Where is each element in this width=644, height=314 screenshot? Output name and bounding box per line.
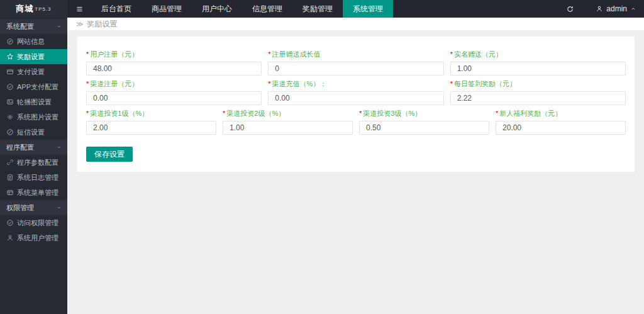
brand-name: 商城 (16, 3, 33, 14)
check-circle-icon (6, 219, 14, 227)
edit-circle-icon (6, 38, 14, 45)
gear-icon (6, 113, 14, 121)
required-marker: * (86, 50, 89, 58)
sidebar-item-system-image-settings[interactable]: 系统图片设置 (0, 109, 67, 125)
field-label: 实名赠送（元） (454, 50, 502, 58)
topbar-right: admin (560, 0, 644, 18)
user-register-input[interactable] (86, 62, 262, 76)
user-icon (596, 5, 603, 13)
sidebar-item-reward-settings[interactable]: 奖励设置 (0, 49, 67, 64)
main-content: ≫ 奖励设置 *用户注册（元） *注册赠送成长值 *实名赠送（元） *渠道注册（… (67, 18, 644, 314)
channel-invest-2-input[interactable] (223, 121, 353, 135)
channel-register-input[interactable] (86, 91, 262, 105)
required-marker: * (450, 80, 453, 87)
sidebar-item-access-permissions[interactable]: 访问权限管理 (0, 215, 67, 230)
channel-invest-1-input[interactable] (86, 121, 216, 135)
required-marker: * (268, 80, 270, 87)
field-channel-invest-3: *渠道投资3级（%） (359, 109, 489, 135)
slash-circle-icon (6, 128, 14, 136)
field-label: 新人福利奖励（元） (499, 109, 562, 117)
chevron-down-icon (56, 144, 62, 150)
newcomer-reward-input[interactable] (496, 121, 626, 135)
field-newcomer-reward: *新人福利奖励（元） (496, 109, 626, 135)
field-label: 渠道投资2级（%） (226, 109, 285, 117)
brand-logo: 商城TP5.3 (0, 0, 67, 18)
top-nav: 后台首页 商品管理 用户中心 信息管理 奖励管理 系统管理 (91, 0, 393, 18)
sidebar-item-payment-settings[interactable]: 支付设置 (0, 64, 67, 79)
sidebar-item-system-menus[interactable]: 系统菜单管理 (0, 185, 67, 200)
image-icon (6, 98, 14, 106)
check-circle-icon (6, 83, 14, 91)
sidebar-section-program-config[interactable]: 程序配置 (0, 140, 67, 155)
sidebar-item-carousel-settings[interactable]: 轮播图设置 (0, 94, 67, 109)
hamburger-icon[interactable] (67, 0, 91, 18)
field-label: 每日签到奖励（元） (454, 80, 516, 87)
field-channel-register: *渠道注册（元） (86, 80, 262, 105)
star-icon (6, 53, 14, 60)
chevron-up-icon (630, 6, 636, 12)
register-growth-input[interactable] (268, 62, 443, 76)
user-name: admin (606, 4, 627, 13)
required-marker: * (496, 109, 498, 117)
user-icon (6, 234, 14, 242)
topnav-item-reward[interactable]: 奖励管理 (292, 0, 343, 18)
sidebar-item-system-users[interactable]: 系统用户管理 (0, 230, 67, 245)
topnav-item-dashboard[interactable]: 后台首页 (91, 0, 142, 18)
menu-grid-icon (6, 189, 14, 196)
sidebar-item-program-params[interactable]: 程序参数配置 (0, 155, 67, 170)
sidebar-section-permissions[interactable]: 权限管理 (0, 200, 67, 215)
topnav-item-goods[interactable]: 商品管理 (142, 0, 192, 18)
form-row-1: *用户注册（元） *注册赠送成长值 *实名赠送（元） (86, 50, 626, 76)
brand-version: TP5.3 (35, 6, 51, 12)
reward-settings-form: *用户注册（元） *注册赠送成长值 *实名赠送（元） *渠道注册（元） *渠道充… (77, 36, 635, 172)
field-channel-recharge: *渠道充值（%）： (268, 80, 443, 105)
required-marker: * (359, 109, 362, 117)
field-label: 渠道投资3级（%） (363, 109, 421, 117)
required-marker: * (223, 109, 225, 117)
field-label: 渠道充值（%）： (272, 80, 327, 87)
breadcrumb-symbol: ≫ (76, 20, 84, 28)
field-channel-invest-2: *渠道投资2级（%） (223, 109, 353, 135)
field-realname-gift: *实名赠送（元） (450, 50, 626, 76)
required-marker: * (450, 50, 453, 58)
field-label: 渠道注册（元） (90, 80, 138, 87)
top-bar: 商城TP5.3 后台首页 商品管理 用户中心 信息管理 奖励管理 系统管理 ad… (0, 0, 644, 18)
sidebar: 系统配置 网站信息 奖励设置 支付设置 APP支付配置 轮播图设置 系统图片设置 (0, 18, 67, 314)
sidebar-item-app-payment-config[interactable]: APP支付配置 (0, 79, 67, 94)
field-label: 渠道投资1级（%） (90, 109, 148, 117)
field-label: 用户注册（元） (90, 50, 138, 58)
log-icon (6, 174, 14, 181)
refresh-icon[interactable] (560, 5, 579, 13)
field-channel-invest-1: *渠道投资1级（%） (86, 109, 216, 135)
sidebar-section-system-config[interactable]: 系统配置 (0, 19, 67, 34)
realname-gift-input[interactable] (450, 62, 626, 76)
chevron-down-icon (56, 205, 62, 211)
form-row-2: *渠道注册（元） *渠道充值（%）： *每日签到奖励（元） (86, 80, 626, 105)
topnav-item-users[interactable]: 用户中心 (192, 0, 242, 18)
field-register-growth: *注册赠送成长值 (268, 50, 443, 76)
field-daily-signin: *每日签到奖励（元） (450, 80, 626, 105)
sidebar-item-sms-settings[interactable]: 短信设置 (0, 125, 67, 140)
topnav-item-info[interactable]: 信息管理 (242, 0, 292, 18)
field-user-register: *用户注册（元） (86, 50, 262, 76)
required-marker: * (86, 109, 89, 117)
required-marker: * (268, 50, 270, 58)
save-settings-button[interactable]: 保存设置 (86, 147, 133, 162)
sidebar-item-system-logs[interactable]: 系统日志管理 (0, 170, 67, 185)
user-menu[interactable]: admin (596, 4, 636, 13)
breadcrumb: ≫ 奖励设置 (67, 18, 644, 30)
sidebar-item-website-info[interactable]: 网站信息 (0, 34, 67, 49)
daily-signin-input[interactable] (450, 91, 626, 105)
channel-recharge-input[interactable] (268, 91, 443, 105)
chevron-down-icon (56, 23, 62, 30)
channel-invest-3-input[interactable] (359, 121, 489, 135)
form-row-3: *渠道投资1级（%） *渠道投资2级（%） *渠道投资3级（%） *新人福利奖励… (86, 109, 626, 135)
field-label: 注册赠送成长值 (272, 50, 321, 58)
topnav-item-system[interactable]: 系统管理 (343, 0, 393, 18)
required-marker: * (86, 80, 89, 87)
link-icon (6, 159, 14, 166)
card-icon (6, 68, 14, 76)
page-title: 奖励设置 (87, 19, 118, 30)
